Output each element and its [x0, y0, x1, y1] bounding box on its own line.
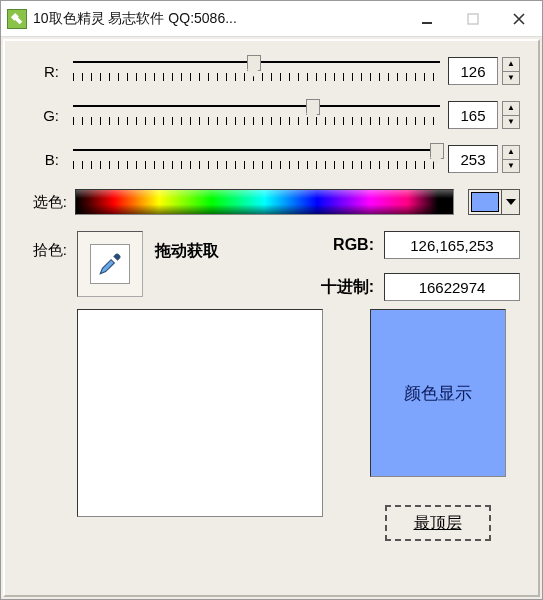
rgb-value[interactable]: 126,165,253: [384, 231, 520, 259]
eyedropper-button[interactable]: [90, 244, 130, 284]
g-label: G:: [23, 107, 65, 124]
window-title: 10取色精灵 易志软件 QQ:5086...: [33, 10, 237, 28]
b-spin-up[interactable]: ▲: [502, 145, 520, 160]
client-area: R: ▲ ▼ G:: [3, 39, 540, 597]
b-label: B:: [23, 151, 65, 168]
b-slider[interactable]: [73, 145, 440, 173]
history-list[interactable]: [77, 309, 323, 517]
g-slider[interactable]: [73, 101, 440, 129]
b-input[interactable]: [448, 145, 498, 173]
combo-swatch: [471, 192, 499, 212]
b-slider-thumb[interactable]: [430, 143, 442, 165]
g-spin-down[interactable]: ▼: [502, 116, 520, 130]
app-icon: [7, 9, 27, 29]
svg-rect-1: [468, 14, 478, 24]
dec-value[interactable]: 16622974: [384, 273, 520, 301]
titlebar[interactable]: 10取色精灵 易志软件 QQ:5086...: [1, 1, 542, 37]
color-display-label: 颜色显示: [404, 382, 472, 405]
g-spin-up[interactable]: ▲: [502, 101, 520, 116]
maximize-button: [450, 1, 496, 36]
r-slider[interactable]: [73, 57, 440, 85]
g-input[interactable]: [448, 101, 498, 129]
dec-label: 十进制:: [321, 277, 374, 298]
topmost-button[interactable]: 最顶层: [385, 505, 491, 541]
svg-rect-0: [422, 22, 432, 24]
eyedropper-container: [77, 231, 143, 297]
r-spin-down[interactable]: ▼: [502, 72, 520, 86]
g-slider-thumb[interactable]: [306, 99, 318, 121]
rgb-label: RGB:: [321, 236, 374, 254]
close-button[interactable]: [496, 1, 542, 36]
color-display: 颜色显示: [370, 309, 506, 477]
pick-color-label: 拾色:: [23, 241, 71, 260]
r-spin-up[interactable]: ▲: [502, 57, 520, 72]
eyedropper-icon: [97, 251, 123, 277]
select-color-label: 选色:: [23, 193, 71, 212]
r-input[interactable]: [448, 57, 498, 85]
color-combo[interactable]: [468, 189, 520, 215]
r-label: R:: [23, 63, 65, 80]
r-slider-thumb[interactable]: [247, 55, 259, 77]
combo-dropdown-button[interactable]: [501, 190, 519, 214]
app-window: 10取色精灵 易志软件 QQ:5086... R:: [0, 0, 543, 600]
drag-hint: 拖动获取: [155, 241, 219, 262]
color-spectrum[interactable]: [75, 189, 454, 215]
b-spin-down[interactable]: ▼: [502, 160, 520, 174]
minimize-button[interactable]: [404, 1, 450, 36]
